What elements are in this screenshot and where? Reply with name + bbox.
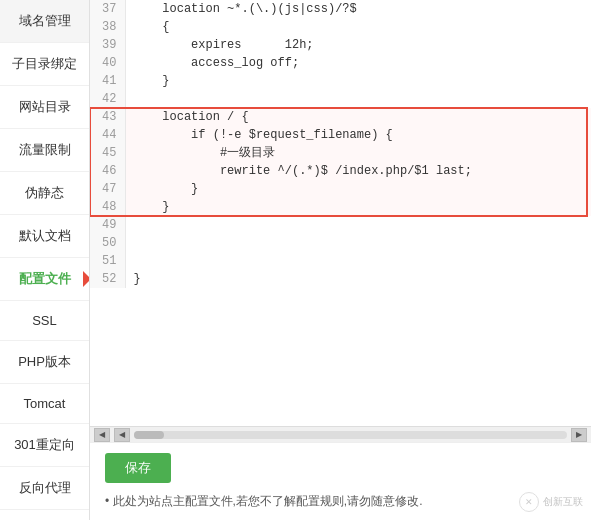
code-row: 39 expires 12h; <box>90 36 591 54</box>
sidebar-item-proxy[interactable]: 反向代理 <box>0 467 89 510</box>
line-number: 38 <box>90 18 125 36</box>
line-content: rewrite ^/(.*)$ /index.php/$1 last; <box>125 162 591 180</box>
code-row: 40 access_log off; <box>90 54 591 72</box>
code-row: 44 if (!-e $request_filename) { <box>90 126 591 144</box>
line-content: if (!-e $request_filename) { <box>125 126 591 144</box>
sidebar-item-default-doc[interactable]: 默认文档 <box>0 215 89 258</box>
code-row: 48 } <box>90 198 591 216</box>
sidebar-item-tomcat[interactable]: Tomcat <box>0 384 89 424</box>
code-row: 50 <box>90 234 591 252</box>
active-arrow-icon <box>83 271 90 287</box>
notice-text: • 此处为站点主配置文件,若您不了解配置规则,请勿随意修改. <box>105 493 576 510</box>
code-row: 43 location / { <box>90 108 591 126</box>
line-number: 42 <box>90 90 125 108</box>
code-editor: 37 location ~*.(\.)(js|css)/?$38 {39 exp… <box>90 0 591 442</box>
scroll-left-btn2[interactable]: ◀ <box>114 428 130 442</box>
sidebar-item-website[interactable]: 网站目录 <box>0 86 89 129</box>
line-number: 39 <box>90 36 125 54</box>
watermark-icon: ✕ <box>519 492 539 512</box>
line-content: location / { <box>125 108 591 126</box>
line-content <box>125 90 591 108</box>
scroll-right-btn[interactable]: ▶ <box>571 428 587 442</box>
code-row: 45 #一级目录 <box>90 144 591 162</box>
line-number: 45 <box>90 144 125 162</box>
sidebar: 域名管理子目录绑定网站目录流量限制伪静态默认文档配置文件SSLPHP版本Tomc… <box>0 0 90 520</box>
line-number: 51 <box>90 252 125 270</box>
sidebar-item-config[interactable]: 配置文件 <box>0 258 89 301</box>
sidebar-item-redirect[interactable]: 301重定向 <box>0 424 89 467</box>
line-number: 50 <box>90 234 125 252</box>
line-content: { <box>125 18 591 36</box>
scroll-thumb <box>134 431 164 439</box>
line-number: 46 <box>90 162 125 180</box>
watermark: ✕ 创新互联 <box>519 492 583 512</box>
sidebar-item-static[interactable]: 伪静态 <box>0 172 89 215</box>
line-content: } <box>125 198 591 216</box>
scroll-track[interactable] <box>134 431 567 439</box>
line-content <box>125 234 591 252</box>
code-table: 37 location ~*.(\.)(js|css)/?$38 {39 exp… <box>90 0 591 288</box>
line-content: } <box>125 72 591 90</box>
code-row: 51 <box>90 252 591 270</box>
code-row: 52} <box>90 270 591 288</box>
sidebar-item-hotlink[interactable]: 防盗链 <box>0 510 89 520</box>
code-row: 46 rewrite ^/(.*)$ /index.php/$1 last; <box>90 162 591 180</box>
code-row: 37 location ~*.(\.)(js|css)/?$ <box>90 0 591 18</box>
line-number: 43 <box>90 108 125 126</box>
save-button[interactable]: 保存 <box>105 453 171 483</box>
line-content <box>125 216 591 234</box>
line-number: 40 <box>90 54 125 72</box>
bottom-area: 保存 • 此处为站点主配置文件,若您不了解配置规则,请勿随意修改. <box>90 442 591 520</box>
sidebar-item-php[interactable]: PHP版本 <box>0 341 89 384</box>
line-content: } <box>125 180 591 198</box>
code-row: 38 { <box>90 18 591 36</box>
line-content: location ~*.(\.)(js|css)/?$ <box>125 0 591 18</box>
main-content: 37 location ~*.(\.)(js|css)/?$38 {39 exp… <box>90 0 591 520</box>
code-row: 49 <box>90 216 591 234</box>
line-number: 41 <box>90 72 125 90</box>
watermark-text: 创新互联 <box>543 495 583 509</box>
line-number: 47 <box>90 180 125 198</box>
code-scroll-area[interactable]: 37 location ~*.(\.)(js|css)/?$38 {39 exp… <box>90 0 591 426</box>
line-number: 49 <box>90 216 125 234</box>
code-row: 47 } <box>90 180 591 198</box>
line-number: 44 <box>90 126 125 144</box>
sidebar-item-ssl[interactable]: SSL <box>0 301 89 341</box>
line-content <box>125 252 591 270</box>
code-row: 41 } <box>90 72 591 90</box>
line-content: access_log off; <box>125 54 591 72</box>
horizontal-scrollbar: ◀ ◀ ▶ <box>90 426 591 442</box>
sidebar-item-traffic[interactable]: 流量限制 <box>0 129 89 172</box>
notice-content: • 此处为站点主配置文件,若您不了解配置规则,请勿随意修改. <box>105 493 423 510</box>
line-content: expires 12h; <box>125 36 591 54</box>
line-number: 52 <box>90 270 125 288</box>
sidebar-item-subdomain[interactable]: 子目录绑定 <box>0 43 89 86</box>
code-row: 42 <box>90 90 591 108</box>
line-content: } <box>125 270 591 288</box>
line-number: 37 <box>90 0 125 18</box>
sidebar-item-domain[interactable]: 域名管理 <box>0 0 89 43</box>
line-number: 48 <box>90 198 125 216</box>
scroll-left-btn[interactable]: ◀ <box>94 428 110 442</box>
line-content: #一级目录 <box>125 144 591 162</box>
